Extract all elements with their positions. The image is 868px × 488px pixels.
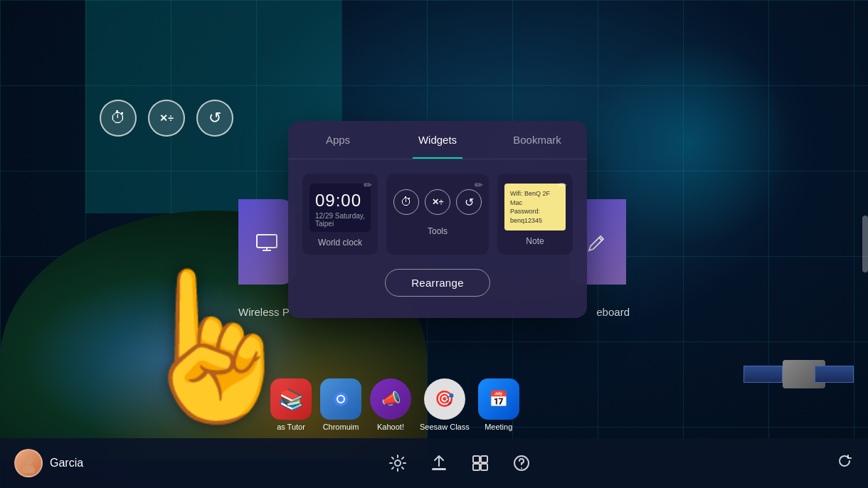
upload-icon[interactable] <box>430 454 448 472</box>
settings-icon[interactable] <box>388 454 407 472</box>
dock-item-seesaw[interactable]: 🎯 Seesaw Class <box>420 378 470 431</box>
satellite-panel-left <box>743 366 783 383</box>
widget-list: ✏ 09:00 12/29 Saturday, Taipei World clo… <box>288 174 587 255</box>
svg-point-7 <box>24 456 33 465</box>
tab-widgets[interactable]: Widgets <box>388 121 487 159</box>
svg-rect-14 <box>481 464 487 470</box>
grid-icon[interactable] <box>471 454 489 472</box>
pencil-icon <box>588 232 608 252</box>
user-avatar[interactable] <box>14 449 43 477</box>
note-widget[interactable]: ✏ Wifi: BenQ 2F MacPassword: benq12345 N… <box>497 174 573 255</box>
satellite <box>726 339 854 431</box>
grid-svg <box>471 454 489 472</box>
clock-time: 09:00 <box>315 191 365 211</box>
username-label: Garcia <box>50 457 83 470</box>
meeting-label: Meeting <box>485 423 512 431</box>
dock-item-meeting[interactable]: 📅 Meeting <box>478 378 519 431</box>
taskbar-right <box>835 452 854 474</box>
note-label: Note <box>504 236 566 246</box>
scroll-indicator[interactable] <box>862 216 868 272</box>
kahoot-icon: 📣 <box>370 378 411 420</box>
widgets-modal: Apps Widgets Bookmark ✏ 09:00 12/29 Satu… <box>288 121 587 318</box>
chromium-icon <box>320 378 361 420</box>
tools-edit-btn[interactable]: ✏ <box>475 179 483 191</box>
tools-display: ⏱ ✕÷ ↺ <box>393 184 482 221</box>
app-dock: 📚 as Tutor Chromuim 📣 Kahoot! 🎯 Seesaw C… <box>270 378 519 431</box>
kahoot-label: Kahoot! <box>377 423 404 431</box>
modal-tabs: Apps Widgets Bookmark <box>288 121 587 159</box>
clock-display: 09:00 12/29 Saturday, Taipei <box>309 184 371 232</box>
seesaw-icon: 🎯 <box>424 378 465 420</box>
floating-icons: ⏱ ✕÷ ↺ <box>100 100 233 137</box>
meeting-icon: 📅 <box>478 378 519 420</box>
dock-item-chromium[interactable]: Chromuim <box>320 378 361 431</box>
calculator-icon[interactable]: ✕÷ <box>148 100 185 137</box>
svg-rect-12 <box>481 456 487 462</box>
chromium-svg <box>330 388 351 410</box>
taskbar: Garcia <box>0 438 868 488</box>
svg-point-9 <box>395 460 401 466</box>
svg-point-16 <box>521 467 522 469</box>
hand-pointer: ☝ <box>142 132 285 417</box>
taskbar-center <box>388 454 531 472</box>
stopwatch-icon[interactable]: ⏱ <box>100 100 137 137</box>
right-hint-text: eboard <box>596 306 630 318</box>
note-edit-btn[interactable]: ✏ <box>559 179 567 191</box>
gear-svg <box>388 454 407 472</box>
tool-calculator: ✕÷ <box>425 189 450 215</box>
note-display: Wifi: BenQ 2F MacPassword: benq12345 <box>504 184 566 230</box>
satellite-panel-right <box>815 366 854 383</box>
tab-bookmark[interactable]: Bookmark <box>487 121 587 159</box>
world-clock-widget[interactable]: ✏ 09:00 12/29 Saturday, Taipei World clo… <box>302 174 378 255</box>
clock-date: 12/29 Saturday, Taipei <box>315 212 365 228</box>
rearrange-button[interactable]: Rearrange <box>385 269 490 297</box>
avatar-svg <box>18 453 38 473</box>
taskbar-left: Garcia <box>14 449 83 477</box>
tools-widget[interactable]: ✏ ⏱ ✕÷ ↺ Tools <box>386 174 489 255</box>
tool-stopwatch: ⏱ <box>393 189 419 215</box>
chromium-label: Chromuim <box>323 423 359 431</box>
svg-rect-10 <box>432 468 446 470</box>
svg-point-6 <box>338 396 344 402</box>
world-clock-label: World clock <box>309 238 371 248</box>
world-clock-edit-btn[interactable]: ✏ <box>364 179 372 191</box>
svg-rect-11 <box>473 456 480 462</box>
tool-reset: ↺ <box>456 189 482 215</box>
reset-icon[interactable]: ↺ <box>196 100 233 137</box>
svg-point-8 <box>22 465 35 473</box>
dock-item-kahoot[interactable]: 📣 Kahoot! <box>370 378 411 431</box>
help-svg <box>512 454 531 472</box>
refresh-icon[interactable] <box>835 452 854 474</box>
refresh-svg <box>835 452 854 470</box>
upload-svg <box>430 454 448 472</box>
help-icon[interactable] <box>512 454 531 472</box>
svg-rect-13 <box>473 464 480 470</box>
seesaw-label: Seesaw Class <box>420 423 470 431</box>
tools-label: Tools <box>393 226 482 236</box>
tab-apps[interactable]: Apps <box>288 121 388 159</box>
